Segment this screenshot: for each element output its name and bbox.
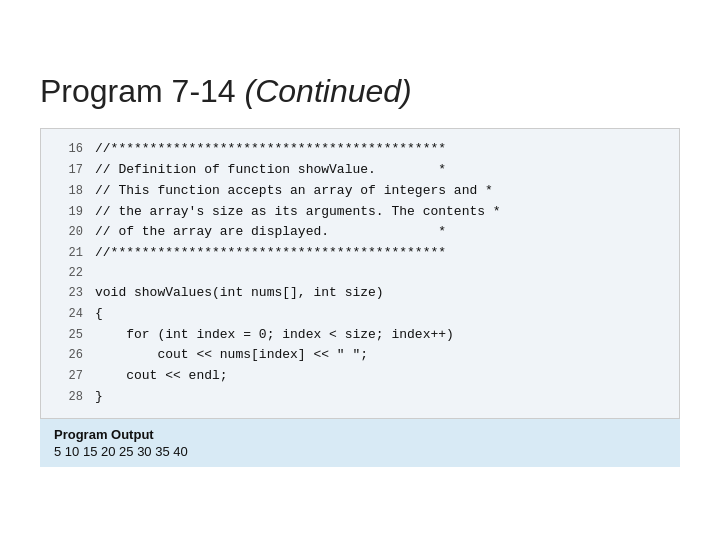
code-line: 21//************************************… [55,243,665,264]
line-number: 21 [55,244,83,263]
code-line: 22 [55,264,665,283]
line-number: 26 [55,346,83,365]
line-number: 28 [55,388,83,407]
code-line: 27 cout << endl; [55,366,665,387]
title-text: Program 7-14 [40,73,245,109]
code-line: 17// Definition of function showValue. * [55,160,665,181]
code-line: 19// the array's size as its arguments. … [55,202,665,223]
line-content: //**************************************… [95,139,446,160]
line-content: cout << nums[index] << " "; [95,345,368,366]
line-number: 19 [55,203,83,222]
code-line: 18// This function accepts an array of i… [55,181,665,202]
line-content: // of the array are displayed. * [95,222,446,243]
line-content: cout << endl; [95,366,228,387]
line-content: // This function accepts an array of int… [95,181,493,202]
output-value: 5 10 15 20 25 30 35 40 [54,444,666,459]
line-number: 27 [55,367,83,386]
code-line: 24{ [55,304,665,325]
code-line: 28} [55,387,665,408]
line-content: { [95,304,103,325]
line-content: // the array's size as its arguments. Th… [95,202,501,223]
line-content: // Definition of function showValue. * [95,160,446,181]
line-content: //**************************************… [95,243,446,264]
code-line: 20// of the array are displayed. * [55,222,665,243]
code-line: 26 cout << nums[index] << " "; [55,345,665,366]
line-number: 24 [55,305,83,324]
slide-container: Program 7-14 (Continued) 16//***********… [10,53,710,487]
line-content: for (int index = 0; index < size; index+… [95,325,454,346]
title-italic: (Continued) [245,73,412,109]
code-line: 16//************************************… [55,139,665,160]
line-number: 16 [55,140,83,159]
slide-title: Program 7-14 (Continued) [40,73,680,110]
code-area: 16//************************************… [40,128,680,419]
line-number: 25 [55,326,83,345]
line-content: void showValues(int nums[], int size) [95,283,384,304]
line-number: 20 [55,223,83,242]
output-label: Program Output [54,427,666,442]
code-line: 25 for (int index = 0; index < size; ind… [55,325,665,346]
line-number: 18 [55,182,83,201]
line-number: 17 [55,161,83,180]
line-number: 23 [55,284,83,303]
output-area: Program Output 5 10 15 20 25 30 35 40 [40,419,680,467]
code-line: 23void showValues(int nums[], int size) [55,283,665,304]
line-content: } [95,387,103,408]
line-number: 22 [55,264,83,283]
